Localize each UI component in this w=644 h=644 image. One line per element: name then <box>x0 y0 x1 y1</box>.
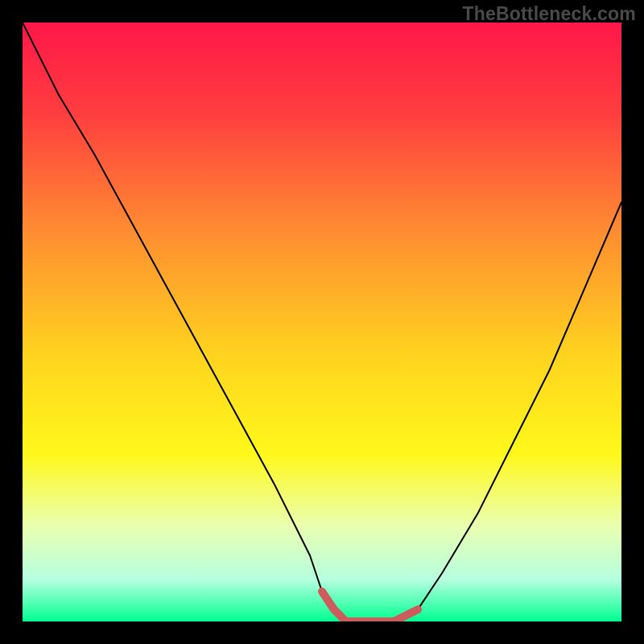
chart-background-gradient <box>23 23 621 621</box>
watermark-text: TheBottleneck.com <box>462 3 636 25</box>
chart-frame: TheBottleneck.com <box>0 0 644 644</box>
chart-svg <box>23 23 621 621</box>
chart-plot-area <box>23 23 621 621</box>
